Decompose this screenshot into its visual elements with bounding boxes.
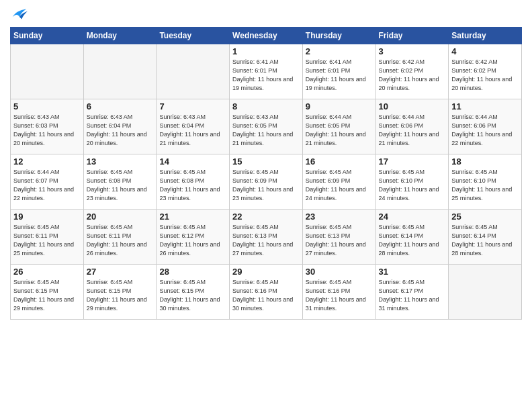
calendar-header: SundayMondayTuesdayWednesdayThursdayFrid… — [11, 28, 522, 44]
day-cell: 2Sunrise: 6:41 AM Sunset: 6:01 PM Daylig… — [302, 44, 375, 99]
week-row-4: 19Sunrise: 6:45 AM Sunset: 6:11 PM Dayli… — [11, 210, 522, 265]
day-cell: 23Sunrise: 6:45 AM Sunset: 6:13 PM Dayli… — [302, 210, 375, 265]
day-number: 25 — [451, 212, 519, 222]
day-info: Sunrise: 6:45 AM Sunset: 6:08 PM Dayligh… — [159, 168, 226, 203]
day-number: 10 — [379, 101, 446, 111]
day-number: 18 — [451, 156, 519, 167]
day-number: 20 — [87, 212, 154, 222]
day-number: 12 — [13, 156, 81, 167]
day-number: 28 — [159, 267, 226, 277]
day-cell: 30Sunrise: 6:45 AM Sunset: 6:16 PM Dayli… — [302, 265, 375, 320]
day-info: Sunrise: 6:45 AM Sunset: 6:16 PM Dayligh… — [306, 278, 373, 313]
day-info: Sunrise: 6:44 AM Sunset: 6:06 PM Dayligh… — [379, 113, 446, 148]
day-number: 9 — [306, 101, 373, 111]
day-cell: 11Sunrise: 6:44 AM Sunset: 6:06 PM Dayli… — [449, 99, 522, 154]
day-info: Sunrise: 6:45 AM Sunset: 6:10 PM Dayligh… — [451, 168, 519, 203]
day-number: 22 — [232, 212, 300, 222]
day-info: Sunrise: 6:41 AM Sunset: 6:01 PM Dayligh… — [232, 58, 300, 93]
day-cell: 6Sunrise: 6:43 AM Sunset: 6:04 PM Daylig… — [83, 99, 157, 154]
day-number: 1 — [232, 46, 300, 56]
day-info: Sunrise: 6:45 AM Sunset: 6:12 PM Dayligh… — [159, 223, 226, 258]
calendar-body: 1Sunrise: 6:41 AM Sunset: 6:01 PM Daylig… — [11, 44, 522, 320]
day-info: Sunrise: 6:43 AM Sunset: 6:04 PM Dayligh… — [87, 113, 154, 148]
day-info: Sunrise: 6:45 AM Sunset: 6:11 PM Dayligh… — [87, 223, 154, 258]
day-info: Sunrise: 6:44 AM Sunset: 6:05 PM Dayligh… — [306, 113, 373, 148]
day-cell: 28Sunrise: 6:45 AM Sunset: 6:15 PM Dayli… — [157, 265, 230, 320]
day-number: 8 — [232, 101, 300, 111]
day-info: Sunrise: 6:42 AM Sunset: 6:02 PM Dayligh… — [379, 58, 446, 93]
day-info: Sunrise: 6:45 AM Sunset: 6:14 PM Dayligh… — [379, 223, 446, 258]
day-number: 16 — [306, 156, 373, 167]
day-cell — [83, 44, 157, 99]
day-cell: 25Sunrise: 6:45 AM Sunset: 6:14 PM Dayli… — [449, 210, 522, 265]
day-headers-row: SundayMondayTuesdayWednesdayThursdayFrid… — [11, 28, 522, 44]
day-info: Sunrise: 6:45 AM Sunset: 6:10 PM Dayligh… — [379, 168, 446, 203]
day-cell: 19Sunrise: 6:45 AM Sunset: 6:11 PM Dayli… — [11, 210, 84, 265]
day-cell: 27Sunrise: 6:45 AM Sunset: 6:15 PM Dayli… — [83, 265, 157, 320]
col-header-saturday: Saturday — [449, 28, 522, 44]
day-cell — [157, 44, 230, 99]
day-cell: 13Sunrise: 6:45 AM Sunset: 6:08 PM Dayli… — [83, 154, 157, 210]
day-cell: 21Sunrise: 6:45 AM Sunset: 6:12 PM Dayli… — [157, 210, 230, 265]
week-row-1: 1Sunrise: 6:41 AM Sunset: 6:01 PM Daylig… — [11, 44, 522, 99]
col-header-wednesday: Wednesday — [230, 28, 303, 44]
day-info: Sunrise: 6:45 AM Sunset: 6:11 PM Dayligh… — [13, 223, 81, 258]
day-number: 24 — [379, 212, 446, 222]
col-header-friday: Friday — [375, 28, 449, 44]
calendar: SundayMondayTuesdayWednesdayThursdayFrid… — [10, 27, 522, 320]
day-info: Sunrise: 6:41 AM Sunset: 6:01 PM Dayligh… — [306, 58, 373, 93]
day-number: 27 — [87, 267, 154, 277]
day-number: 15 — [232, 156, 300, 167]
day-number: 14 — [159, 156, 226, 167]
day-cell: 15Sunrise: 6:45 AM Sunset: 6:09 PM Dayli… — [230, 154, 303, 210]
day-number: 21 — [159, 212, 226, 222]
day-cell: 26Sunrise: 6:45 AM Sunset: 6:15 PM Dayli… — [11, 265, 84, 320]
col-header-sunday: Sunday — [11, 28, 84, 44]
page: SundayMondayTuesdayWednesdayThursdayFrid… — [0, 0, 532, 330]
logo — [10, 7, 32, 21]
day-number: 17 — [379, 156, 446, 167]
day-number: 26 — [13, 267, 81, 277]
day-cell: 4Sunrise: 6:42 AM Sunset: 6:02 PM Daylig… — [449, 44, 522, 99]
day-cell: 31Sunrise: 6:45 AM Sunset: 6:17 PM Dayli… — [375, 265, 449, 320]
day-info: Sunrise: 6:43 AM Sunset: 6:05 PM Dayligh… — [232, 113, 300, 148]
day-cell: 17Sunrise: 6:45 AM Sunset: 6:10 PM Dayli… — [375, 154, 449, 210]
day-number: 2 — [306, 46, 373, 56]
header — [10, 7, 522, 21]
day-number: 31 — [379, 267, 446, 277]
day-number: 30 — [306, 267, 373, 277]
col-header-tuesday: Tuesday — [157, 28, 230, 44]
day-cell: 24Sunrise: 6:45 AM Sunset: 6:14 PM Dayli… — [375, 210, 449, 265]
day-info: Sunrise: 6:45 AM Sunset: 6:08 PM Dayligh… — [87, 168, 154, 203]
day-cell: 22Sunrise: 6:45 AM Sunset: 6:13 PM Dayli… — [230, 210, 303, 265]
day-cell: 14Sunrise: 6:45 AM Sunset: 6:08 PM Dayli… — [157, 154, 230, 210]
day-info: Sunrise: 6:45 AM Sunset: 6:15 PM Dayligh… — [13, 278, 81, 313]
day-cell: 8Sunrise: 6:43 AM Sunset: 6:05 PM Daylig… — [230, 99, 303, 154]
day-number: 7 — [159, 101, 226, 111]
day-cell: 29Sunrise: 6:45 AM Sunset: 6:16 PM Dayli… — [230, 265, 303, 320]
day-info: Sunrise: 6:43 AM Sunset: 6:03 PM Dayligh… — [13, 113, 81, 148]
day-number: 29 — [232, 267, 300, 277]
day-cell — [449, 265, 522, 320]
day-cell: 16Sunrise: 6:45 AM Sunset: 6:09 PM Dayli… — [302, 154, 375, 210]
day-number: 19 — [13, 212, 81, 222]
day-info: Sunrise: 6:45 AM Sunset: 6:13 PM Dayligh… — [232, 223, 300, 258]
day-info: Sunrise: 6:45 AM Sunset: 6:13 PM Dayligh… — [306, 223, 373, 258]
week-row-3: 12Sunrise: 6:44 AM Sunset: 6:07 PM Dayli… — [11, 154, 522, 210]
day-info: Sunrise: 6:45 AM Sunset: 6:15 PM Dayligh… — [87, 278, 154, 313]
day-number: 3 — [379, 46, 446, 56]
col-header-thursday: Thursday — [302, 28, 375, 44]
day-info: Sunrise: 6:45 AM Sunset: 6:09 PM Dayligh… — [232, 168, 300, 203]
day-cell: 5Sunrise: 6:43 AM Sunset: 6:03 PM Daylig… — [11, 99, 84, 154]
day-info: Sunrise: 6:42 AM Sunset: 6:02 PM Dayligh… — [451, 58, 519, 93]
day-cell: 9Sunrise: 6:44 AM Sunset: 6:05 PM Daylig… — [302, 99, 375, 154]
day-info: Sunrise: 6:43 AM Sunset: 6:04 PM Dayligh… — [159, 113, 226, 148]
day-cell: 1Sunrise: 6:41 AM Sunset: 6:01 PM Daylig… — [230, 44, 303, 99]
day-number: 23 — [306, 212, 373, 222]
day-info: Sunrise: 6:45 AM Sunset: 6:16 PM Dayligh… — [232, 278, 300, 313]
day-info: Sunrise: 6:45 AM Sunset: 6:14 PM Dayligh… — [451, 223, 519, 258]
day-number: 4 — [451, 46, 519, 56]
day-info: Sunrise: 6:45 AM Sunset: 6:15 PM Dayligh… — [159, 278, 226, 313]
day-number: 11 — [451, 101, 519, 111]
day-number: 6 — [87, 101, 154, 111]
